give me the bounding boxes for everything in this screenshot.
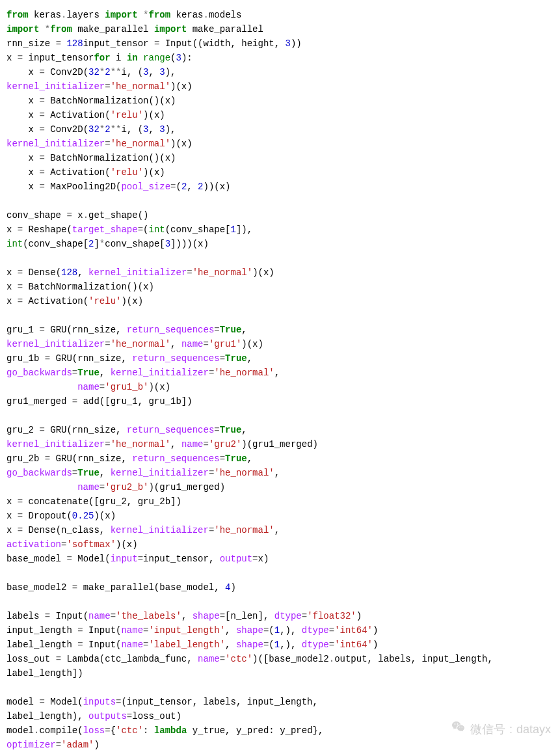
code-token: ( — [269, 640, 274, 650]
code-token: True — [77, 468, 100, 478]
code-line: labels = Input(name='the_labels', shape=… — [7, 609, 553, 623]
code-token: 'he_normal' — [111, 139, 170, 149]
code-token: = — [220, 353, 225, 364]
code-token: i — [111, 53, 127, 63]
code-token: . — [204, 10, 209, 20]
code-line: x = Activation('relu')(x) — [7, 165, 553, 180]
code-token: import — [154, 24, 187, 34]
code-token: name — [77, 382, 100, 392]
code-token: x — [72, 210, 83, 221]
code-line — [7, 251, 553, 265]
code-token: , — [225, 625, 236, 636]
code-token: name — [88, 611, 111, 621]
code-token: 3 — [159, 124, 165, 135]
code-token: , — [241, 425, 247, 435]
code-line: kernel_initializer='he_normal', name='gr… — [7, 337, 553, 351]
code-token: Input( — [83, 640, 122, 650]
code-line: optimizer='adam') — [7, 738, 553, 752]
code-token: = — [72, 396, 77, 407]
code-token: , — [100, 468, 111, 478]
code-token: name — [198, 654, 220, 664]
code-token: 'the_labels' — [116, 611, 181, 621]
code-token: , — [170, 439, 181, 450]
code-token: return_sequences — [127, 325, 214, 335]
code-token: input_tensor, — [143, 554, 220, 564]
code-token: name — [181, 439, 204, 450]
code-token: ): — [181, 53, 193, 63]
code-token: 32 — [88, 67, 100, 77]
code-token: , — [100, 368, 111, 378]
code-token: ) — [94, 740, 99, 750]
code-token: = — [214, 425, 219, 435]
code-token: add([gru_1, gru_1b]) — [77, 396, 192, 407]
code-token: x — [7, 511, 18, 521]
code-token: )(x) — [170, 139, 193, 149]
code-token: 3 — [165, 239, 170, 249]
code-token: = — [187, 267, 192, 278]
code-token: 2 — [105, 124, 110, 135]
code-token: kernel_initializer — [111, 525, 209, 535]
code-token: range — [143, 53, 170, 63]
code-token: x — [7, 96, 39, 106]
code-token: Conv2D( — [45, 124, 88, 135]
code-token — [39, 24, 44, 34]
code-token: 'adam' — [61, 740, 94, 750]
code-token: = — [72, 582, 77, 593]
code-token: = — [138, 224, 143, 235]
code-token: optimizer — [7, 740, 56, 750]
code-line: int(conv_shape[2]*conv_shape[3])))(x) — [7, 237, 553, 251]
code-token: for — [94, 53, 110, 63]
code-token: = — [100, 482, 105, 492]
code-token: 1 — [274, 640, 280, 650]
code-token: )([base_model2 — [252, 654, 329, 664]
code-token: 3 — [159, 67, 165, 77]
code-line: kernel_initializer='he_normal')(x) — [7, 79, 553, 94]
code-token: 'float32' — [307, 611, 356, 621]
code-token: 'input_length' — [148, 625, 225, 636]
code-token: name — [181, 339, 204, 349]
code-token: loss — [83, 725, 105, 736]
code-token: )(x) — [121, 296, 143, 306]
code-token: kernel_initializer — [7, 339, 105, 349]
code-token: ( — [269, 625, 274, 636]
code-token: shape — [193, 611, 220, 621]
code-line: from keras.layers import *from keras.mod… — [7, 8, 553, 22]
code-token: Conv2D( — [45, 67, 88, 77]
code-token: = — [105, 139, 110, 149]
code-token: = — [138, 554, 143, 564]
code-token: x — [7, 224, 18, 235]
code-token: )(x) — [252, 267, 274, 278]
code-token: ** — [111, 67, 122, 77]
code-token: 'relu' — [111, 110, 143, 120]
code-token: 'ctc' — [225, 654, 252, 664]
code-token: ) — [373, 625, 378, 636]
code-block: from keras.layers import *from keras.mod… — [7, 8, 553, 752]
code-token: MaxPooling2D( — [45, 182, 122, 192]
code-token: = — [18, 511, 23, 521]
code-token: Reshape( — [23, 224, 72, 235]
code-token: . — [83, 210, 88, 221]
code-token: make_parallel — [72, 24, 154, 34]
code-line: x = Activation('relu')(x) — [7, 108, 553, 122]
code-token: keras — [170, 10, 203, 20]
code-token: ) — [373, 640, 378, 650]
code-token: ), — [165, 124, 176, 135]
code-token: dtype — [302, 625, 329, 636]
code-token: target_shape — [72, 224, 138, 235]
code-token: dtype — [302, 640, 329, 650]
code-token: Activation( — [45, 167, 111, 178]
code-token: x — [7, 110, 39, 120]
code-token: = — [105, 725, 110, 736]
code-line — [7, 566, 553, 580]
code-token: 'softmax' — [66, 539, 116, 550]
code-token: from — [7, 10, 29, 20]
code-token: name — [121, 625, 143, 636]
code-line: x = BatchNormalization()(x) — [7, 280, 553, 294]
code-token: )) — [291, 38, 302, 49]
code-line: activation='softmax')(x) — [7, 537, 553, 552]
code-token: : — [143, 725, 154, 736]
code-token: ]), — [236, 224, 252, 235]
code-token: go_backwards — [7, 468, 72, 478]
code-token: = — [39, 167, 44, 178]
code-line: x = BatchNormalization()(x) — [7, 151, 553, 165]
